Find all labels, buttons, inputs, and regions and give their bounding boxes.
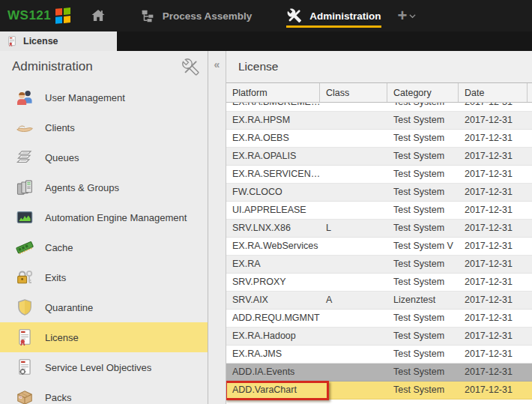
- cell-class: [320, 346, 387, 363]
- cell-category: Test System V: [387, 238, 459, 255]
- cell-filler: [528, 382, 532, 399]
- cell-class: [320, 310, 387, 327]
- add-view-button[interactable]: +: [398, 8, 417, 23]
- cell-filler: [528, 328, 532, 345]
- cell-platform: UI.APPRELEASE: [226, 202, 320, 219]
- sidebar-collapse-strip[interactable]: «: [208, 51, 226, 404]
- table-row-ex-ra-oebs[interactable]: EX.RA.OEBSTest System2017-12-31: [226, 130, 532, 148]
- column-header-class[interactable]: Class: [320, 83, 387, 102]
- cell-date: 2017-12-31: [459, 202, 528, 219]
- cell-platform: ADD.VaraChart: [226, 382, 320, 399]
- cell-class: [320, 382, 387, 399]
- cell-filler: [528, 184, 532, 201]
- sidebar-item-label: Agents & Groups: [45, 182, 119, 193]
- tab-license[interactable]: License: [0, 31, 117, 51]
- table-row-ex-ra-webservices[interactable]: EX.RA.WebServicesTest System V2017-12-31: [226, 238, 532, 256]
- cell-category: Test System: [387, 346, 459, 363]
- cell-filler: [528, 238, 532, 255]
- sidebar-item-label: Cache: [45, 242, 73, 253]
- table-header-row: PlatformClassCategoryDate: [226, 83, 532, 103]
- tab-label: License: [23, 36, 58, 46]
- cell-platform: SRV.PROXY: [226, 274, 320, 291]
- cell-filler: [528, 202, 532, 219]
- table-row-srv-aix[interactable]: SRV.AIXALizenztest2017-12-31: [226, 292, 532, 310]
- cell-date: 2017-12-31: [459, 382, 528, 399]
- sidebar-item-cache[interactable]: Cache: [0, 232, 208, 262]
- page-title: License: [226, 51, 532, 83]
- table-row-ex-ra-jms[interactable]: EX.RA.JMSTest System2017-12-31: [226, 346, 532, 364]
- sidebar-item-automation-engine-management[interactable]: Automation Engine Management: [0, 202, 208, 232]
- sidebar-item-clients[interactable]: Clients: [0, 112, 208, 142]
- sidebar-item-user-management[interactable]: User Management: [0, 82, 208, 112]
- sidebar-item-license[interactable]: License: [0, 322, 208, 352]
- license-panel: License PlatformClassCategoryDate EX.RA.…: [226, 51, 532, 404]
- column-header-category[interactable]: Category: [387, 83, 459, 102]
- column-header-date[interactable]: Date: [459, 83, 528, 102]
- nav-tab-label: Administration: [309, 10, 381, 22]
- table-row-add-requ-mgmnt[interactable]: ADD.REQU.MGMNTTest System2017-12-31: [226, 310, 532, 328]
- cell-date: 2017-12-31: [459, 238, 528, 255]
- cell-filler: [528, 256, 532, 273]
- table-row-ui-apprelease[interactable]: UI.APPRELEASETest System2017-12-31: [226, 202, 532, 220]
- cell-date: 2017-12-31: [459, 256, 528, 273]
- cell-class: [320, 328, 387, 345]
- cell-date: 2017-12-31: [459, 328, 528, 345]
- table-row-ex-ra[interactable]: EX.RATest System2017-12-31: [226, 256, 532, 274]
- table-row-ex-ra-hadoop[interactable]: EX.RA.HadoopTest System2017-12-31: [226, 328, 532, 346]
- chart-icon: [15, 208, 34, 227]
- table-row-ex-ra-bmcreme[interactable]: EX.RA.BMCREME…Test System2017-12-31: [226, 103, 532, 112]
- cell-platform: EX.RA.BMCREME…: [226, 103, 320, 111]
- cell-date: 2017-12-31: [459, 166, 528, 183]
- home-button[interactable]: [90, 7, 106, 24]
- sidebar-item-label: Quarantine: [45, 302, 93, 313]
- ram-icon: [15, 238, 34, 257]
- cell-category: Lizenztest: [387, 292, 459, 309]
- table-row-srv-lnx-x86[interactable]: SRV.LNX.X86LTest System2017-12-31: [226, 220, 532, 238]
- column-header-filler: [528, 83, 532, 102]
- cell-filler: [528, 148, 532, 165]
- cell-date: 2017-12-31: [459, 184, 528, 201]
- home-icon: [90, 7, 106, 24]
- table-row-srv-proxy[interactable]: SRV.PROXYTest System2017-12-31: [226, 274, 532, 292]
- sidebar-item-queues[interactable]: Queues: [0, 142, 208, 172]
- cell-platform: SRV.AIX: [226, 292, 320, 309]
- hand-icon: [15, 118, 34, 137]
- sidebar-item-packs[interactable]: Packs: [0, 382, 208, 404]
- sidebar-item-quarantine[interactable]: Quarantine: [0, 292, 208, 322]
- nav-tab-administration[interactable]: Administration: [286, 0, 381, 31]
- table-row-ex-ra-servicen[interactable]: EX.RA.SERVICEN…Test System2017-12-31: [226, 166, 532, 184]
- table-row-fw-cloco[interactable]: FW.CLOCOTest System2017-12-31: [226, 184, 532, 202]
- cell-platform: EX.RA.OEBS: [226, 130, 320, 147]
- app-window: WS121 Process Assembly Administration +: [0, 0, 532, 404]
- table-row-add-varachart[interactable]: ADD.VaraChartTest System2017-12-31: [226, 382, 532, 400]
- plus-icon: +: [398, 8, 408, 23]
- cell-filler: [528, 166, 532, 183]
- nav-tab-process-assembly[interactable]: Process Assembly: [139, 0, 253, 31]
- license-doc-icon: [15, 328, 34, 347]
- collapse-chevron-icon: «: [214, 58, 220, 70]
- cell-platform: EX.RA.SERVICEN…: [226, 166, 320, 183]
- cell-class: [320, 103, 387, 111]
- table-row-ex-ra-hpsm[interactable]: EX.RA.HPSMTest System2017-12-31: [226, 112, 532, 130]
- column-header-platform[interactable]: Platform: [226, 83, 320, 102]
- sidebar-item-agents-groups[interactable]: Agents & Groups: [0, 172, 208, 202]
- cell-category: Test System: [387, 202, 459, 219]
- table-row-ex-ra-opalis[interactable]: EX.RA.OPALISTest System2017-12-31: [226, 148, 532, 166]
- table-row-add-ia-events[interactable]: ADD.IA.EventsTest System2017-12-31: [226, 364, 532, 382]
- cell-class: [320, 112, 387, 129]
- cell-date: 2017-12-31: [459, 130, 528, 147]
- active-tab-underline: [286, 25, 381, 28]
- sidebar: Administration User ManagementClientsQue…: [0, 51, 208, 404]
- sidebar-item-service-level-objectives[interactable]: Service Level Objectives: [0, 352, 208, 382]
- sidebar-item-exits[interactable]: Exits: [0, 262, 208, 292]
- cell-platform: SRV.LNX.X86: [226, 220, 320, 237]
- cell-date: 2017-12-31: [459, 220, 528, 237]
- license-doc-icon: [6, 35, 18, 47]
- cell-date: 2017-12-31: [459, 148, 528, 165]
- tools-icon: [286, 7, 303, 24]
- sidebar-item-label: Packs: [45, 392, 71, 403]
- cell-category: Test System: [387, 166, 459, 183]
- cell-category: Test System: [387, 274, 459, 291]
- cell-platform: ADD.IA.Events: [226, 364, 320, 381]
- cell-platform: EX.RA.OPALIS: [226, 148, 320, 165]
